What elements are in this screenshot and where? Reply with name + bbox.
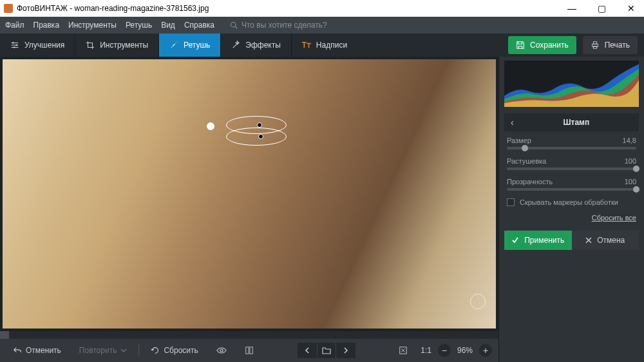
svg-rect-6	[593, 42, 596, 44]
sidebar: ‹ Штамп Размер14,8 Растушевка100 Прозрач…	[498, 57, 644, 362]
size-slider-row: Размер14,8	[507, 137, 636, 149]
app-logo-icon	[4, 4, 13, 13]
feather-value: 100	[625, 157, 636, 165]
apply-button[interactable]: Применить	[504, 231, 572, 250]
hide-markers-row[interactable]: Скрывать маркеры обработки	[507, 198, 636, 206]
brush-icon	[169, 41, 178, 50]
cancel-button[interactable]: Отмена	[572, 231, 639, 250]
cancel-label: Отмена	[597, 236, 625, 245]
compare-icon	[245, 346, 254, 355]
save-button[interactable]: Сохранить	[508, 36, 576, 54]
feather-slider[interactable]	[507, 167, 636, 170]
apply-label: Применить	[524, 236, 564, 245]
menu-edit[interactable]: Правка	[33, 21, 60, 30]
tab-label: Надписи	[316, 41, 347, 50]
menu-help[interactable]: Справка	[184, 21, 214, 30]
minimize-button[interactable]: —	[563, 2, 581, 15]
chevron-right-icon	[343, 347, 349, 354]
opacity-slider-row: Прозрачность100	[507, 178, 636, 191]
print-icon	[591, 41, 600, 50]
feather-label: Растушевка	[507, 157, 546, 165]
wand-icon	[231, 41, 240, 50]
zoom-ratio[interactable]: 1:1	[421, 346, 431, 355]
prev-file-button[interactable]	[298, 343, 317, 358]
search-placeholder: Что вы хотите сделать?	[242, 21, 327, 30]
tab-label: Эффекты	[245, 41, 281, 50]
undo-button[interactable]: Отменить	[6, 342, 68, 359]
svg-point-3	[15, 44, 17, 46]
opacity-slider[interactable]	[507, 188, 636, 191]
redo-label: Повторить	[79, 346, 117, 355]
feather-slider-row: Растушевка100	[507, 157, 636, 170]
target-icon	[470, 294, 486, 309]
preview-button[interactable]	[210, 342, 233, 359]
tab-captions[interactable]: Tᴛ Надписи	[291, 33, 357, 57]
hide-markers-label: Скрывать маркеры обработки	[520, 198, 618, 206]
window-controls: — ▢ ✕	[563, 2, 640, 15]
size-value: 14,8	[623, 137, 636, 144]
menu-retouch[interactable]: Ретушь	[126, 21, 152, 30]
hide-markers-checkbox[interactable]	[507, 198, 515, 206]
svg-point-2	[12, 42, 14, 44]
tab-effects[interactable]: Эффекты	[220, 33, 291, 57]
fit-icon	[399, 346, 408, 355]
menu-file[interactable]: Файл	[5, 21, 24, 30]
print-button[interactable]: Печать	[583, 36, 638, 54]
reset-button[interactable]: Сбросить	[144, 342, 204, 359]
tab-label: Инструменты	[100, 41, 148, 50]
zoom-percent: 96%	[457, 346, 473, 355]
canvas-area: Отменить Повторить Сбросить	[0, 57, 498, 362]
tab-enhance[interactable]: Улучшения	[0, 33, 75, 57]
compare-button[interactable]	[238, 342, 260, 359]
file-nav	[298, 343, 355, 358]
browse-button[interactable]	[317, 343, 336, 358]
sliders-icon	[10, 41, 19, 50]
title-bar: ФотоВИНТАЖ - woman-reading-magazine-3781…	[0, 0, 644, 17]
opacity-value: 100	[625, 178, 636, 186]
svg-point-4	[14, 46, 15, 48]
reset-all-link[interactable]: Сбросить все	[507, 214, 636, 222]
save-label: Сохранить	[530, 41, 569, 50]
next-file-button[interactable]	[336, 343, 355, 358]
panel-title: Штамп	[520, 118, 632, 127]
tab-retouch[interactable]: Ретушь	[158, 33, 220, 57]
maximize-button[interactable]: ▢	[592, 2, 611, 15]
fit-button[interactable]	[392, 342, 414, 359]
reset-label: Сбросить	[164, 346, 198, 355]
tab-tools[interactable]: Инструменты	[75, 33, 158, 57]
svg-point-0	[231, 23, 236, 28]
panel-header: ‹ Штамп	[504, 113, 639, 131]
search-ask[interactable]: Что вы хотите сделать?	[230, 21, 327, 30]
redo-button[interactable]: Повторить	[73, 342, 134, 359]
close-icon	[585, 237, 592, 243]
zoom-in-button[interactable]: +	[479, 344, 492, 357]
check-icon	[511, 236, 519, 244]
tool-tabs: Улучшения Инструменты Ретушь Эффекты Tᴛ …	[0, 33, 644, 57]
svg-rect-9	[246, 347, 249, 354]
search-icon	[230, 21, 238, 29]
menu-tools[interactable]: Инструменты	[68, 21, 117, 30]
apply-row: Применить Отмена	[504, 231, 639, 250]
zoom-out-button[interactable]: −	[438, 344, 451, 357]
back-button[interactable]: ‹	[511, 117, 514, 128]
horizontal-scrollbar[interactable]	[0, 331, 498, 339]
chevron-left-icon	[304, 347, 310, 354]
folder-icon	[322, 347, 331, 354]
size-label: Размер	[507, 137, 531, 144]
size-slider[interactable]	[507, 147, 636, 149]
tab-label: Ретушь	[184, 41, 210, 50]
bottom-toolbar: Отменить Повторить Сбросить	[0, 339, 498, 362]
chevron-down-icon	[120, 347, 127, 354]
text-icon: Tᴛ	[302, 41, 311, 50]
svg-line-1	[235, 26, 237, 28]
menu-bar: Файл Правка Инструменты Ретушь Вид Справ…	[0, 17, 644, 33]
undo-icon	[13, 346, 22, 355]
close-button[interactable]: ✕	[622, 2, 640, 15]
opacity-label: Прозрачность	[507, 178, 553, 186]
menu-view[interactable]: Вид	[161, 21, 175, 30]
image-viewport[interactable]	[3, 59, 496, 329]
svg-rect-10	[250, 347, 252, 354]
svg-point-8	[220, 349, 223, 352]
window-title: ФотоВИНТАЖ - woman-reading-magazine-3781…	[17, 4, 563, 13]
histogram-icon	[504, 61, 639, 107]
